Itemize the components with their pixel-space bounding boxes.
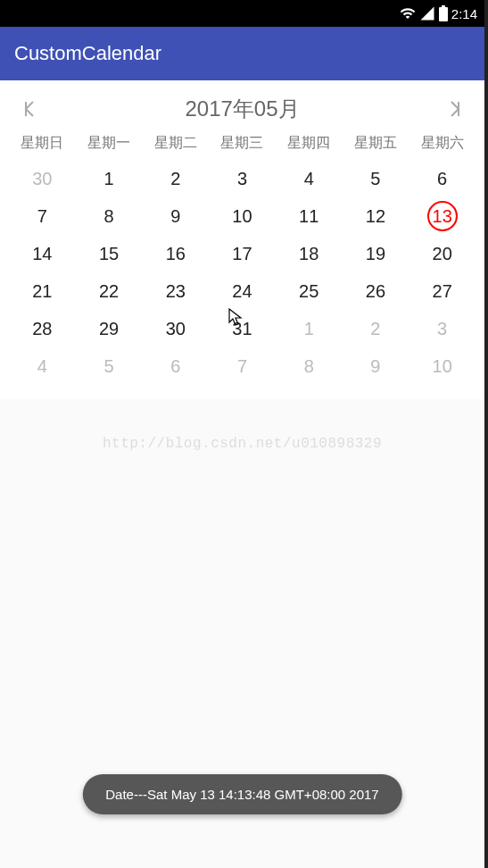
calendar: 2017年05月 星期日星期一星期二星期三星期四星期五星期六 301234567… (0, 80, 484, 399)
weekday-row: 星期日星期一星期二星期三星期四星期五星期六 (9, 129, 476, 160)
day-cell[interactable]: 17 (209, 235, 276, 272)
day-cell[interactable]: 8 (76, 197, 143, 235)
day-cell[interactable]: 2 (142, 160, 209, 197)
weekday-label: 星期六 (409, 134, 476, 153)
day-cell[interactable]: 2 (343, 310, 409, 347)
month-header: 2017年05月 (9, 88, 476, 129)
day-cell[interactable]: 21 (9, 272, 76, 310)
day-cell[interactable]: 26 (343, 272, 409, 310)
month-title: 2017年05月 (185, 95, 299, 123)
day-cell[interactable]: 24 (209, 272, 276, 310)
day-cell[interactable]: 14 (9, 235, 76, 272)
weekday-label: 星期三 (209, 134, 276, 153)
day-cell[interactable]: 6 (142, 347, 209, 385)
day-cell[interactable]: 30 (142, 310, 209, 347)
toast: Date---Sat May 13 14:13:48 GMT+08:00 201… (82, 774, 401, 814)
day-cell[interactable]: 5 (343, 160, 409, 197)
battery-icon (439, 5, 448, 21)
day-cell[interactable]: 22 (76, 272, 143, 310)
day-cell[interactable]: 15 (76, 235, 143, 272)
day-cell[interactable]: 20 (409, 235, 476, 272)
day-cell[interactable]: 19 (343, 235, 409, 272)
day-cell[interactable]: 13 (409, 197, 476, 235)
day-cell[interactable]: 10 (209, 197, 276, 235)
day-cell[interactable]: 8 (276, 347, 343, 385)
days-grid: 3012345678910111213141516171819202122232… (9, 160, 476, 385)
status-time: 2:14 (451, 6, 477, 21)
weekday-label: 星期日 (9, 134, 76, 153)
day-cell[interactable]: 3 (209, 160, 276, 197)
weekday-label: 星期五 (343, 134, 409, 153)
toast-text: Date---Sat May 13 14:13:48 GMT+08:00 201… (105, 787, 378, 802)
day-cell[interactable]: 12 (343, 197, 409, 235)
day-cell[interactable]: 1 (76, 160, 143, 197)
day-cell[interactable]: 18 (276, 235, 343, 272)
day-cell[interactable]: 28 (9, 310, 76, 347)
signal-icon (419, 5, 435, 21)
day-cell[interactable]: 11 (276, 197, 343, 235)
day-cell[interactable]: 10 (409, 347, 476, 385)
day-cell[interactable]: 9 (343, 347, 409, 385)
day-cell[interactable]: 16 (142, 235, 209, 272)
watermark: http://blog.csdn.net/u010898329 (0, 436, 484, 452)
day-cell[interactable]: 6 (409, 160, 476, 197)
day-cell[interactable]: 25 (276, 272, 343, 310)
status-bar: 2:14 (0, 0, 484, 27)
day-cell[interactable]: 23 (142, 272, 209, 310)
day-cell[interactable]: 30 (9, 160, 76, 197)
day-cell[interactable]: 9 (142, 197, 209, 235)
day-cell[interactable]: 5 (76, 347, 143, 385)
app-bar: CustomCalendar (0, 27, 484, 80)
day-cell[interactable]: 4 (276, 160, 343, 197)
day-cell[interactable]: 3 (409, 310, 476, 347)
app-title: CustomCalendar (14, 42, 161, 65)
day-cell[interactable]: 31 (209, 310, 276, 347)
day-cell[interactable]: 7 (9, 197, 76, 235)
day-cell[interactable]: 29 (76, 310, 143, 347)
day-cell[interactable]: 1 (276, 310, 343, 347)
day-cell[interactable]: 4 (9, 347, 76, 385)
weekday-label: 星期二 (142, 134, 209, 153)
day-cell[interactable]: 27 (409, 272, 476, 310)
wifi-icon (400, 5, 416, 21)
prev-month-icon[interactable] (20, 98, 41, 120)
weekday-label: 星期四 (276, 134, 343, 153)
weekday-label: 星期一 (76, 134, 143, 153)
next-month-icon[interactable] (443, 98, 465, 120)
day-cell[interactable]: 7 (209, 347, 276, 385)
